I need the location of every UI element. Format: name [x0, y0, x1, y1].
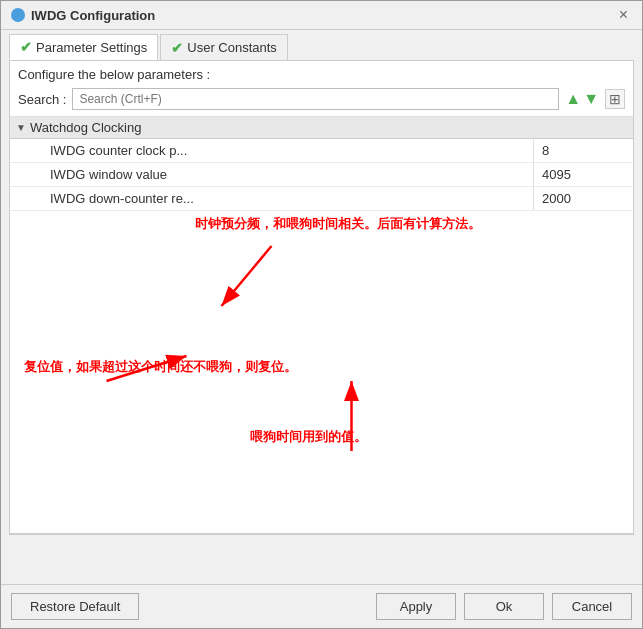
tab-check-icon-2: ✔ — [171, 40, 183, 56]
group-label: Watchdog Clocking — [30, 120, 142, 135]
expand-icon: ▼ — [16, 122, 26, 133]
search-input[interactable] — [72, 88, 559, 110]
title-bar: IWDG Configuration × — [1, 1, 642, 30]
tabs-bar: ✔ Parameter Settings ✔ User Constants — [1, 30, 642, 60]
restore-default-button[interactable]: Restore Default — [11, 593, 139, 620]
footer: Restore Default Apply Ok Cancel — [1, 584, 642, 628]
svg-line-1 — [222, 246, 272, 306]
tab-check-icon: ✔ — [20, 39, 32, 55]
title-bar-left: IWDG Configuration — [11, 8, 155, 23]
app-icon — [11, 8, 25, 22]
search-label: Search : — [18, 92, 66, 107]
tab-parameter-settings[interactable]: ✔ Parameter Settings — [9, 34, 158, 60]
dialog-window: IWDG Configuration × ✔ Parameter Setting… — [0, 0, 643, 629]
annotation-2: 复位值，如果超过这个时间还不喂狗，则复位。 — [24, 359, 297, 376]
param-table: ▼ Watchdog Clocking IWDG counter clock p… — [10, 117, 633, 533]
annotation-3: 喂狗时间用到的值。 — [250, 429, 367, 446]
param-name-1: IWDG window value — [10, 163, 533, 186]
bottom-strip — [9, 534, 634, 584]
param-name-0: IWDG counter clock p... — [10, 139, 533, 162]
config-label: Configure the below parameters : — [10, 61, 633, 86]
dialog-title: IWDG Configuration — [31, 8, 155, 23]
param-row-1: IWDG window value 4095 — [10, 163, 633, 187]
arrow-up-icon[interactable]: ▲ — [565, 91, 581, 107]
footer-right-buttons: Apply Ok Cancel — [376, 593, 632, 620]
ok-button[interactable]: Ok — [464, 593, 544, 620]
search-nav-icons: ▲ ▼ — [565, 91, 599, 107]
close-button[interactable]: × — [615, 7, 632, 23]
param-row-0: IWDG counter clock p... 8 — [10, 139, 633, 163]
param-value-1[interactable]: 4095 — [533, 163, 633, 186]
arrow-down-icon[interactable]: ▼ — [583, 91, 599, 107]
grid-view-icon[interactable]: ⊞ — [605, 89, 625, 109]
cancel-button[interactable]: Cancel — [552, 593, 632, 620]
tab-param-label: Parameter Settings — [36, 40, 147, 55]
content-area: Configure the below parameters : Search … — [9, 60, 634, 534]
apply-button[interactable]: Apply — [376, 593, 456, 620]
param-value-2[interactable]: 2000 — [533, 187, 633, 210]
param-value-0[interactable]: 8 — [533, 139, 633, 162]
param-name-2: IWDG down-counter re... — [10, 187, 533, 210]
annotation-1: 时钟预分频，和喂狗时间相关。后面有计算方法。 — [195, 216, 481, 233]
tab-user-label: User Constants — [187, 40, 277, 55]
param-row-2: IWDG down-counter re... 2000 — [10, 187, 633, 211]
tab-user-constants[interactable]: ✔ User Constants — [160, 34, 288, 60]
group-watchdog-clocking[interactable]: ▼ Watchdog Clocking — [10, 117, 633, 139]
search-row: Search : ▲ ▼ ⊞ — [10, 86, 633, 117]
